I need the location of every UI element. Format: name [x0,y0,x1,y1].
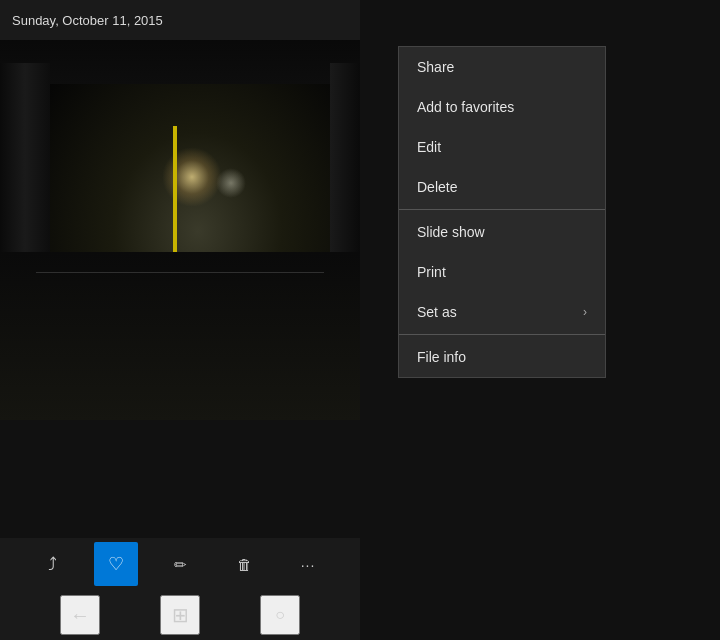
menu-item-delete[interactable]: Delete [399,167,605,207]
windows-icon [172,603,189,627]
more-icon [301,554,316,575]
set-as-arrow: › [583,305,587,319]
nav-bar [0,590,360,640]
menu-item-slide-show[interactable]: Slide show [399,212,605,252]
yellow-pole [173,126,177,252]
favorites-button[interactable] [94,542,138,586]
date-label: Sunday, October 11, 2015 [12,13,163,28]
divider-2 [399,334,605,335]
menu-item-share[interactable]: Share [399,47,605,87]
context-menu: Share Add to favorites Edit Delete Slide… [398,46,606,378]
menu-item-print[interactable]: Print [399,252,605,292]
divider-1 [399,209,605,210]
heart-icon [108,553,124,575]
status-bar: Sunday, October 11, 2015 [0,0,360,40]
edit-button[interactable] [158,542,202,586]
search-button[interactable] [260,595,300,635]
back-button[interactable] [60,595,100,635]
photo-image [0,0,360,420]
share-icon [48,554,57,575]
image-viewer [0,0,360,420]
trash-icon [237,554,252,575]
lane-line [36,272,324,273]
home-button[interactable] [160,595,200,635]
menu-item-file-info[interactable]: File info [399,337,605,377]
delete-button[interactable] [222,542,266,586]
search-icon [275,606,285,624]
floor-detail [0,252,360,420]
menu-item-add-to-favorites[interactable]: Add to favorites [399,87,605,127]
edit-icon [174,554,187,575]
back-icon [70,604,90,627]
share-button[interactable] [30,542,74,586]
more-button[interactable] [286,542,330,586]
menu-item-set-as[interactable]: Set as › [399,292,605,332]
menu-item-edit[interactable]: Edit [399,127,605,167]
toolbar [0,538,360,590]
